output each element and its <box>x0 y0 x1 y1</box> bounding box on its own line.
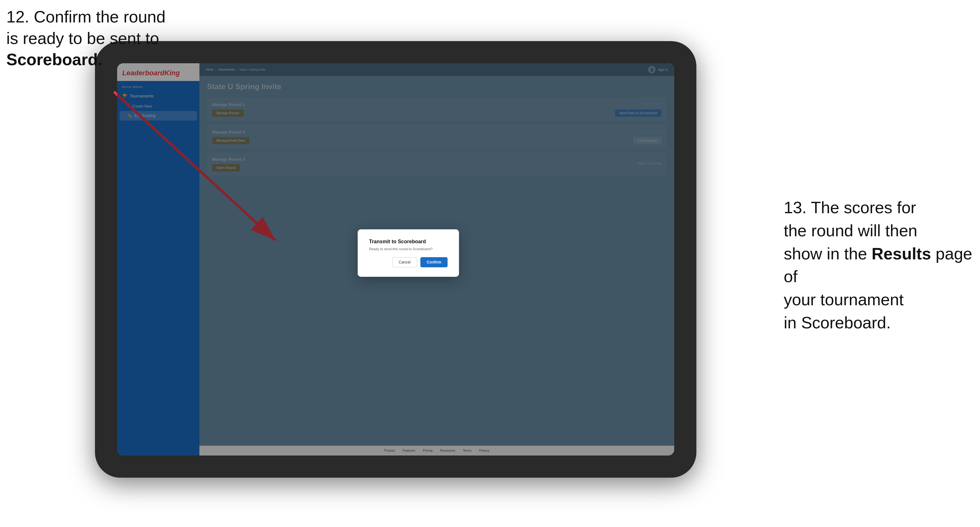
modal-overlay: Transmit to Scoreboard Ready to send thi… <box>199 63 674 456</box>
modal-confirm-button[interactable]: Confirm <box>420 257 448 267</box>
main-content: Home › Tournaments › State U Spring Invi… <box>199 63 674 456</box>
modal-subtitle: Ready to send this round to Scoreboard? <box>369 247 448 251</box>
transmit-modal: Transmit to Scoreboard Ready to send thi… <box>358 229 459 277</box>
app-layout: LeaderboardKing MAIN MENU 🏆 Tournaments … <box>117 63 674 456</box>
annotation-right: 13. The scores for the round will then s… <box>784 196 974 334</box>
annotation-top: 12. Confirm the round is ready to be sen… <box>6 6 165 71</box>
tablet-device: LeaderboardKing MAIN MENU 🏆 Tournaments … <box>95 41 696 478</box>
modal-cancel-button[interactable]: Cancel <box>392 257 417 267</box>
modal-buttons: Cancel Confirm <box>369 257 448 267</box>
tablet-screen: LeaderboardKing MAIN MENU 🏆 Tournaments … <box>117 63 674 456</box>
modal-title: Transmit to Scoreboard <box>369 239 448 244</box>
